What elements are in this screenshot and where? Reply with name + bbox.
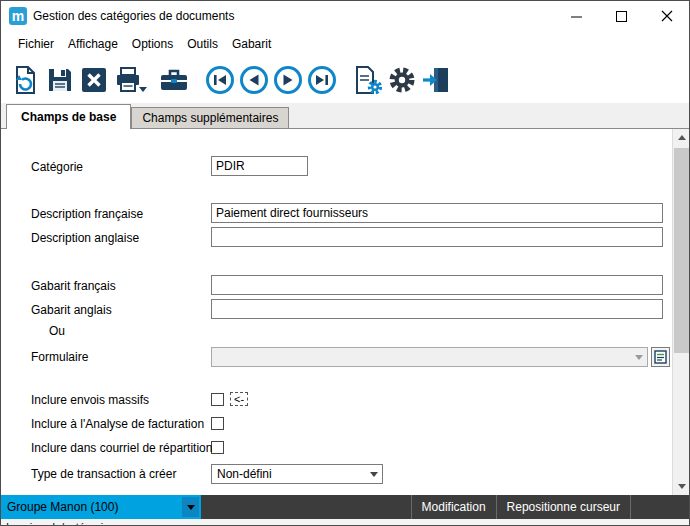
title-bar: m Gestion des catégories de documents	[1, 1, 689, 31]
chevron-down-icon	[187, 505, 195, 510]
inclure-courriel-repartition-checkbox[interactable]	[211, 441, 224, 454]
field-hint-bar: Inscrivez le/catégorie	[1, 519, 689, 526]
first-record-button[interactable]	[203, 62, 237, 98]
print-icon	[114, 66, 142, 94]
type-transaction-combo[interactable]: Non-défini	[211, 464, 383, 484]
previous-record-button[interactable]	[237, 62, 271, 98]
new-record-button[interactable]	[9, 62, 43, 98]
app-logo-icon: m	[9, 7, 27, 25]
formulaire-label: Formulaire	[31, 350, 88, 364]
menu-gabarit[interactable]: Gabarit	[225, 33, 278, 55]
app-window: m Gestion des catégories de documents Fi…	[0, 0, 690, 526]
minimize-icon	[571, 11, 582, 22]
exit-button[interactable]	[419, 62, 453, 98]
settings-gear-icon	[387, 65, 417, 95]
status-spacer	[201, 495, 412, 519]
close-icon	[661, 10, 673, 22]
last-record-icon	[307, 65, 337, 95]
type-transaction-label: Type de transaction à créer	[31, 467, 176, 481]
group-selector-combo[interactable]: Groupe Manon (100)	[1, 495, 201, 519]
field-hint-text: Inscrivez le/catégorie	[6, 521, 109, 526]
gabarit-francais-input[interactable]	[211, 275, 663, 295]
report-settings-icon	[353, 65, 383, 95]
group-selector-dropdown-button[interactable]	[182, 497, 199, 517]
description-anglaise-input[interactable]	[211, 227, 663, 247]
maximize-button[interactable]	[599, 1, 644, 31]
exit-icon	[421, 66, 451, 94]
gabarit-anglais-input[interactable]	[211, 299, 663, 319]
description-francaise-input[interactable]	[211, 203, 663, 223]
toolbox-icon	[159, 66, 189, 94]
print-button[interactable]	[111, 62, 145, 98]
gabarit-francais-label: Gabarit français	[31, 279, 116, 293]
form-lookup-icon	[654, 350, 667, 364]
status-tail	[631, 495, 689, 519]
toolbar	[1, 57, 689, 103]
delete-button[interactable]	[77, 62, 111, 98]
save-icon	[46, 66, 74, 94]
cursor-position-marker: <-	[230, 392, 248, 406]
gabarit-anglais-label: Gabarit anglais	[31, 303, 112, 317]
first-record-icon	[205, 65, 235, 95]
status-cursor-mode: Repositionne curseur	[497, 495, 631, 519]
scrollbar-thumb[interactable]	[674, 148, 689, 353]
status-mode: Modification	[412, 495, 497, 519]
inclure-courriel-repartition-label: Inclure dans courriel de répartition	[31, 441, 212, 455]
chevron-down-icon	[370, 472, 378, 477]
previous-record-icon	[239, 65, 269, 95]
next-record-button[interactable]	[271, 62, 305, 98]
status-bar: Groupe Manon (100) Modification Repositi…	[1, 495, 689, 519]
new-record-icon	[11, 65, 41, 95]
toolbox-button[interactable]	[157, 62, 191, 98]
formulaire-lookup-button[interactable]	[651, 347, 670, 367]
menu-fichier[interactable]: Fichier	[11, 33, 61, 55]
report-settings-button[interactable]	[351, 62, 385, 98]
type-transaction-value: Non-défini	[217, 467, 272, 481]
last-record-button[interactable]	[305, 62, 339, 98]
ou-label: Ou	[49, 324, 65, 338]
inclure-analyse-facturation-label: Inclure à l'Analyse de facturation	[31, 417, 204, 431]
arrow-up-icon	[678, 135, 686, 140]
scroll-down-button[interactable]	[673, 478, 690, 495]
vertical-scrollbar[interactable]	[672, 129, 689, 495]
next-record-icon	[273, 65, 303, 95]
categorie-label: Catégorie	[31, 160, 83, 174]
menu-affichage[interactable]: Affichage	[61, 33, 125, 55]
menu-outils[interactable]: Outils	[180, 33, 225, 55]
maximize-icon	[616, 11, 627, 22]
menu-options[interactable]: Options	[125, 33, 180, 55]
inclure-envois-massifs-checkbox[interactable]	[211, 393, 224, 406]
inclure-analyse-facturation-checkbox[interactable]	[211, 417, 224, 430]
description-francaise-label: Description française	[31, 207, 143, 221]
minimize-button[interactable]	[554, 1, 599, 31]
print-options-caret-icon[interactable]	[139, 87, 147, 92]
group-selector-value: Groupe Manon (100)	[7, 500, 118, 514]
arrow-down-icon	[678, 484, 686, 489]
save-button[interactable]	[43, 62, 77, 98]
formulaire-combo[interactable]	[211, 347, 648, 367]
delete-icon	[80, 66, 108, 94]
settings-button[interactable]	[385, 62, 419, 98]
inclure-envois-massifs-label: Inclure envois massifs	[31, 393, 149, 407]
menu-bar: Fichier Affichage Options Outils Gabarit	[1, 31, 689, 57]
tab-champs-de-base[interactable]: Champs de base	[6, 104, 131, 129]
tab-bar: Champs de base Champs supplémentaires	[1, 103, 689, 128]
close-button[interactable]	[644, 1, 689, 31]
categorie-input[interactable]	[211, 156, 308, 176]
chevron-down-icon	[635, 355, 643, 360]
tab-champs-supplementaires[interactable]: Champs supplémentaires	[131, 107, 289, 128]
scroll-up-button[interactable]	[673, 129, 690, 146]
form-area: Catégorie Description française Descript…	[1, 128, 689, 495]
description-anglaise-label: Description anglaise	[31, 231, 139, 245]
window-title: Gestion des catégories de documents	[33, 9, 554, 23]
